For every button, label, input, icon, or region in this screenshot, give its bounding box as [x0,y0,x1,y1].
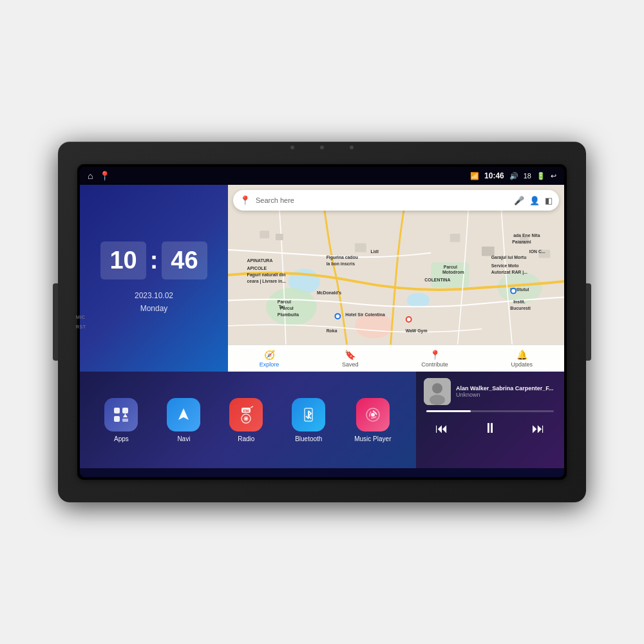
svg-rect-8 [276,234,283,240]
updates-icon: 🔔 [516,350,527,360]
mic-label: MIC [76,315,86,319]
svg-point-2 [407,293,430,308]
radio-icon-circle: FM [229,398,263,431]
navi-icon-circle [167,398,200,431]
svg-text:COLENTINA: COLENTINA [424,278,450,282]
map-nav-explore[interactable]: 🧭 Explore [260,350,279,368]
map-nav-contribute[interactable]: 📍 Contribute [421,350,448,368]
music-progress-fill [426,410,471,412]
svg-point-46 [511,289,515,293]
music-progress-bar[interactable] [426,410,554,412]
svg-text:ION C...: ION C... [529,249,545,254]
connector-dot [350,146,354,149]
app-icon-music[interactable]: Music Player [354,398,391,442]
play-pause-button[interactable]: ⏸ [478,417,502,439]
apps-grid-icon [112,406,130,424]
clock-minutes: 46 [162,242,207,279]
music-info: Alan Walker_Sabrina Carpenter_F... Unkno… [424,378,556,405]
svg-point-64 [432,383,442,393]
music-player-icon [364,406,382,424]
apps-panel: Apps Navi [80,372,416,468]
svg-rect-7 [260,231,269,238]
svg-rect-50 [114,416,120,422]
bluetooth-label: Bluetooth [295,435,322,442]
status-left: ⌂ 📍 [88,171,110,181]
side-labels: MIC RST [76,315,86,329]
map-logo-icon: 📍 [240,195,251,205]
map-nav-updates[interactable]: 🔔 Updates [511,350,533,368]
contribute-label: Contribute [421,361,448,368]
svg-text:Hotel Sir Colentina: Hotel Sir Colentina [345,312,385,317]
music-artist: Unknown [456,392,556,398]
navi-label: Navi [177,435,190,442]
top-connectors [290,146,354,149]
mic-search-icon[interactable]: 🎤 [514,196,524,205]
svg-text:Bucuresti: Bucuresti [510,306,531,310]
svg-point-58 [245,417,247,419]
volume-level: 18 [524,172,531,180]
back-icon[interactable]: ↩ [551,172,556,180]
status-right: 📶 10:46 🔊 18 🔋 ↩ [470,171,556,180]
saved-label: Saved [342,361,359,368]
svg-text:McDonald's: McDonald's [317,290,341,295]
music-text: Alan Walker_Sabrina Carpenter_F... Unkno… [456,385,556,398]
clock-separator: : [150,247,158,274]
map-panel[interactable]: APINATURA APICOLE Faguri naturali din ce… [228,185,564,372]
apps-icon-circle [104,398,138,431]
top-section: 10 : 46 2023.10.02 Monday [80,185,564,372]
clock-panel: 10 : 46 2023.10.02 Monday [80,185,228,372]
map-search-placeholder: Search here [256,196,509,204]
saved-icon: 🔖 [345,350,355,360]
svg-point-65 [430,395,445,405]
status-bar: ⌂ 📍 📶 10:46 🔊 18 🔋 ↩ [80,167,564,185]
svg-point-42 [336,314,339,318]
svg-text:Service Moto: Service Moto [491,263,519,268]
svg-rect-49 [122,408,128,413]
navi-arrow-icon [175,406,193,424]
radio-label: Radio [238,435,254,442]
svg-text:Lidl: Lidl [371,249,379,254]
clock-day: Monday [135,303,173,315]
radio-icon: FM [236,405,256,424]
app-icon-apps[interactable]: Apps [104,398,138,442]
contribute-icon: 📍 [430,350,440,360]
clock-date-value: 2023.10.02 [135,290,173,302]
explore-label: Explore [260,361,279,368]
svg-text:Parcul: Parcul [444,265,457,269]
svg-text:la bon inscris: la bon inscris [327,261,355,266]
svg-text:Plumbuita: Plumbuita [278,312,299,317]
clock-display: 10 : 46 [100,242,207,279]
svg-text:Paiararni: Paiararni [512,240,531,244]
app-icon-navi[interactable]: Navi [167,398,200,442]
svg-text:Autorizat RAR |...: Autorizat RAR |... [491,270,527,275]
account-icon[interactable]: 👤 [529,196,540,205]
rst-label: RST [76,325,86,329]
map-search-bar[interactable]: 📍 Search here 🎤 👤 ◧ [233,190,559,211]
svg-text:Motodrom: Motodrom [442,270,464,274]
svg-text:Faguri naturali din: Faguri naturali din [247,272,286,278]
svg-text:WaW Gym: WaW Gym [406,328,428,334]
connector-dot [320,146,324,149]
wifi-icon: 📶 [470,172,479,180]
bluetooth-icon [299,406,317,424]
music-icon-circle [356,398,390,431]
music-title: Alan Walker_Sabrina Carpenter_F... [456,385,556,392]
album-art [424,378,451,405]
svg-text:Tei: Tei [279,305,285,309]
svg-point-62 [371,413,375,417]
map-search-actions: 🎤 👤 ◧ [514,196,553,205]
app-icon-radio[interactable]: FM Radio [229,398,263,442]
layers-icon[interactable]: ◧ [545,196,553,205]
prev-track-button[interactable]: ⏮ [430,419,453,439]
svg-text:ceara | Livrare in...: ceara | Livrare in... [247,279,286,284]
svg-text:Figurina cadou: Figurina cadou [327,255,358,260]
home-icon[interactable]: ⌂ [88,171,93,181]
svg-text:Parcul: Parcul [278,299,291,304]
map-bottom-bar: 🧭 Explore 🔖 Saved 📍 Contribute [228,345,564,372]
map-pin-icon[interactable]: 📍 [99,171,110,181]
svg-rect-9 [355,243,366,252]
next-track-button[interactable]: ⏭ [527,419,550,439]
status-time: 10:46 [484,171,504,180]
map-nav-saved[interactable]: 🔖 Saved [342,350,359,368]
app-icon-bluetooth[interactable]: Bluetooth [292,398,325,442]
